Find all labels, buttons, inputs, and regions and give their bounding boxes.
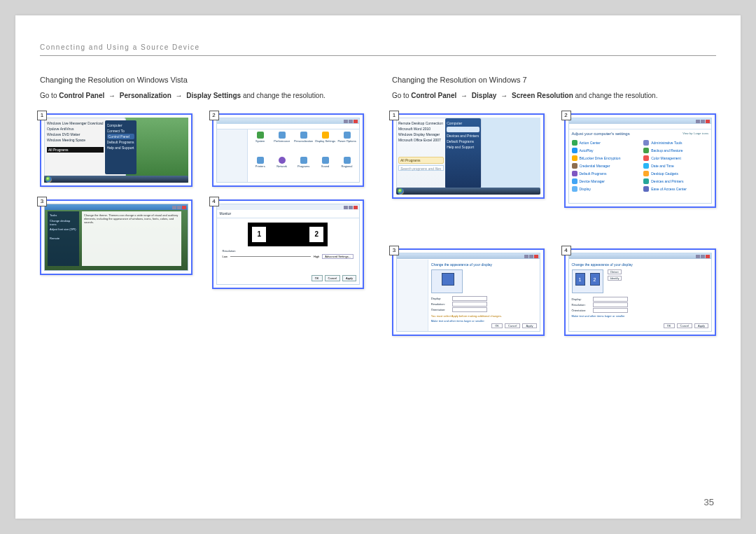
monitor-preview: 1 2 xyxy=(248,223,328,246)
page-number: 35 xyxy=(704,497,714,507)
taskbar xyxy=(44,176,188,183)
start-menu: Remote Desktop Connection Microsoft Word… xyxy=(396,118,482,189)
step-badge: 4 xyxy=(561,246,571,255)
step-badge: 2 xyxy=(209,111,219,120)
step-badge: 3 xyxy=(37,197,47,206)
win7-screenshot-grid: 1 Remote Desktop Connection Microsoft Wo… xyxy=(392,113,716,336)
manual-page: Connecting and Using a Source Device Cha… xyxy=(15,15,741,519)
start-menu: Windows Live Messenger Download Opdove A… xyxy=(44,118,126,177)
header-rule xyxy=(40,55,716,56)
screen-resolution-window: Change the appearance of your display 1 … xyxy=(568,253,713,332)
taskbar xyxy=(396,188,540,195)
win7-instruction: Go to Control Panel → Display → Screen R… xyxy=(392,91,716,101)
display-settings-window: Monitor 1 2 Resolution Low H xyxy=(216,204,360,285)
start-orb-icon xyxy=(398,188,404,195)
screen-resolution-window: Change the appearance of your display Di… xyxy=(396,253,540,332)
content-columns: Changing the Resolution on Windows Vista… xyxy=(40,76,716,336)
step-badge: 2 xyxy=(561,111,571,120)
win7-shot-1: 1 Remote Desktop Connection Microsoft Wo… xyxy=(392,113,545,208)
vista-shot-3: 3 Tasks Change desktop icons Adjust font… xyxy=(40,199,192,289)
step-badge: 1 xyxy=(37,111,47,120)
control-panel-window: Adjust your computer's settings View by:… xyxy=(568,118,713,204)
start-orb-icon xyxy=(46,176,52,183)
win7-column: Changing the Resolution on Windows 7 Go … xyxy=(392,76,716,336)
vista-shot-4: 4 Monitor 1 2 Resolution xyxy=(212,199,365,289)
win7-shot-2: 2 Adjust your computer's settings View b… xyxy=(564,113,717,208)
step-badge: 4 xyxy=(209,197,219,206)
step-badge: 3 xyxy=(389,246,399,255)
vista-subhead: Changing the Resolution on Windows Vista xyxy=(40,76,364,84)
win7-shot-4: 4 Change the appearance of your display … xyxy=(564,248,717,336)
vista-screenshot-grid: 1 Windows Live Messenger Download Opdove… xyxy=(40,113,364,289)
vista-instruction: Go to Control Panel → Personalization → … xyxy=(40,91,364,101)
vista-column: Changing the Resolution on Windows Vista… xyxy=(40,76,364,336)
win7-shot-3: 3 Change the appearance of your display … xyxy=(392,248,545,336)
control-panel-window: System Performance Personalization Displ… xyxy=(216,118,360,183)
step-badge: 1 xyxy=(389,111,399,120)
win7-subhead: Changing the Resolution on Windows 7 xyxy=(392,76,716,84)
personalization-window: Tasks Change desktop icons Adjust font s… xyxy=(44,204,188,271)
section-header: Connecting and Using a Source Device xyxy=(40,43,716,51)
vista-shot-1: 1 Windows Live Messenger Download Opdove… xyxy=(40,113,192,187)
vista-shot-2: 2 System Performance Personalization Dis… xyxy=(212,113,365,187)
